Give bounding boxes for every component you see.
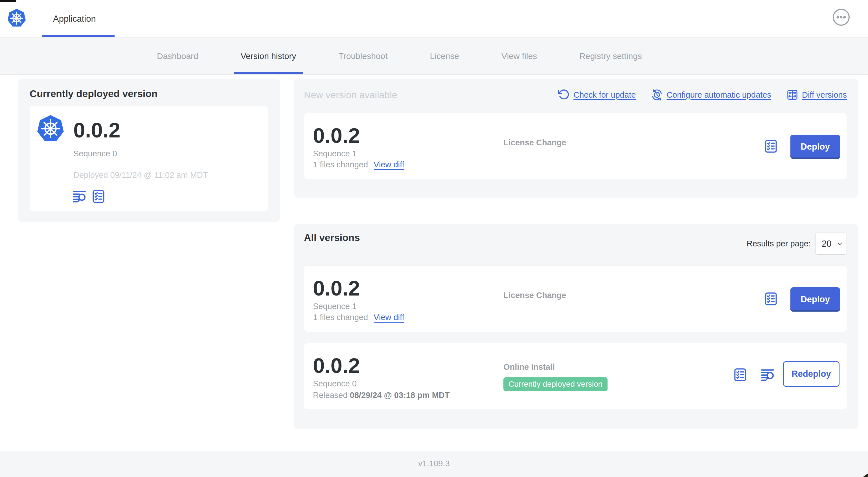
automatic-updates-icon — [651, 89, 663, 101]
overflow-menu-button[interactable] — [832, 8, 850, 26]
screen-artifact — [0, 0, 17, 2]
preflight-checks-button[interactable] — [764, 139, 778, 154]
version-sequence: Sequence 1 — [313, 149, 357, 158]
version-source: Online Install — [503, 362, 555, 372]
files-changed-row: 1 files changed View diff — [313, 313, 404, 322]
preflight-checks-button[interactable] — [91, 189, 106, 205]
version-number: 0.0.2 — [313, 355, 360, 376]
tab-view-files[interactable]: View files — [495, 38, 544, 74]
all-versions-title: All versions — [304, 232, 360, 243]
deployed-timestamp: Deployed 09/11/24 @ 11:02 am MDT — [73, 171, 208, 180]
release-notes-button[interactable] — [761, 367, 775, 383]
currently-deployed-badge: Currently deployed version — [503, 377, 608, 391]
version-number: 0.0.2 — [313, 125, 360, 146]
preflight-checks-button[interactable] — [764, 292, 778, 307]
tab-license[interactable]: License — [423, 38, 466, 74]
files-changed-label: 1 files changed — [313, 160, 368, 169]
footer: v1.109.3 — [0, 451, 868, 477]
new-version-card: 0.0.2 Sequence 1 1 files changed View di… — [304, 113, 847, 179]
configure-automatic-updates-link[interactable]: Configure automatic updates — [651, 89, 771, 101]
view-diff-link[interactable]: View diff — [374, 160, 404, 169]
version-sequence: Sequence 0 — [313, 379, 357, 388]
kubernetes-logo-icon — [7, 7, 26, 29]
preflight-checklist-icon — [764, 292, 778, 306]
new-version-panel: New version available Check for update — [294, 79, 858, 198]
all-versions-panel: All versions Results per page: 20 0.0.2 … — [294, 224, 858, 429]
app-tab[interactable]: Application — [42, 0, 107, 37]
deployed-card-actions — [72, 189, 106, 205]
diff-versions-label: Diff versions — [802, 90, 847, 100]
version-number: 0.0.2 — [313, 278, 360, 299]
deploy-button[interactable]: Deploy — [790, 135, 840, 159]
diff-versions-icon — [786, 89, 798, 101]
version-source: License Change — [503, 138, 566, 147]
preflight-checklist-icon — [764, 139, 778, 153]
released-date: 08/29/24 @ 03:18 pm MDT — [350, 391, 450, 400]
tab-registry-settings[interactable]: Registry settings — [572, 38, 649, 74]
top-bar: Application — [0, 0, 868, 38]
deployed-sequence: Sequence 0 — [73, 149, 117, 158]
currently-deployed-card: 0.0.2 Sequence 0 Deployed 09/11/24 @ 11:… — [30, 106, 268, 211]
results-per-page-select[interactable]: 20 — [815, 233, 847, 255]
results-per-page-label: Results per page: — [747, 239, 811, 248]
ellipsis-circle-icon — [832, 8, 850, 26]
configure-automatic-updates-label: Configure automatic updates — [666, 90, 771, 100]
tab-troubleshoot[interactable]: Troubleshoot — [332, 38, 395, 74]
files-changed-label: 1 files changed — [313, 313, 368, 322]
version-source: License Change — [503, 291, 566, 300]
released-prefix: Released — [313, 391, 348, 400]
redeploy-button[interactable]: Redeploy — [783, 361, 839, 387]
files-changed-row: 1 files changed View diff — [313, 160, 404, 169]
new-version-title: New version available — [304, 89, 397, 100]
console-version: v1.109.3 — [0, 451, 868, 476]
version-row-sequence-1: 0.0.2 Sequence 1 1 files changed View di… — [304, 266, 847, 332]
deploy-button[interactable]: Deploy — [790, 287, 840, 311]
version-row-sequence-0: 0.0.2 Sequence 0 Released 08/29/24 @ 03:… — [304, 343, 847, 409]
release-notes-icon — [72, 189, 87, 204]
check-update-icon — [558, 89, 570, 101]
tab-dashboard[interactable]: Dashboard — [150, 38, 205, 74]
tab-version-history[interactable]: Version history — [234, 38, 303, 74]
currently-deployed-panel: Currently deployed version 0.0.2 Sequenc… — [18, 79, 280, 222]
results-per-page-control: Results per page: 20 — [747, 233, 847, 255]
check-for-update-label: Check for update — [574, 90, 636, 100]
diff-versions-link[interactable]: Diff versions — [786, 89, 847, 101]
version-sequence: Sequence 1 — [313, 302, 357, 311]
check-for-update-link[interactable]: Check for update — [558, 89, 636, 101]
released-timestamp: Released 08/29/24 @ 03:18 pm MDT — [313, 391, 450, 400]
view-diff-link[interactable]: View diff — [374, 313, 404, 322]
kubernetes-logo-icon — [36, 114, 65, 142]
deployed-version-number: 0.0.2 — [73, 120, 121, 141]
preflight-checklist-icon — [733, 367, 747, 382]
new-version-actions: Check for update Configure automatic upd… — [558, 89, 847, 101]
currently-deployed-title: Currently deployed version — [30, 88, 157, 99]
app-tab-label: Application — [53, 14, 96, 24]
preflight-checklist-icon — [91, 189, 106, 204]
preflight-checks-button[interactable] — [733, 367, 747, 383]
app-tab-active-underline — [42, 35, 115, 37]
release-notes-button[interactable] — [72, 189, 87, 205]
app-subnav: Dashboard Version history Troubleshoot L… — [0, 38, 868, 74]
release-notes-icon — [761, 367, 775, 382]
kots-admin-console: Application Dashboard Version history Tr… — [0, 0, 868, 477]
